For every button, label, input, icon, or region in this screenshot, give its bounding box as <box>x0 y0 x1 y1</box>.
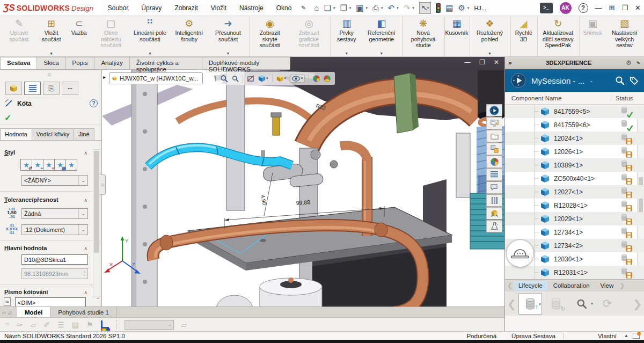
3dexperience-compass-icon[interactable] <box>510 72 526 89</box>
comments-tab[interactable] <box>486 181 502 194</box>
style-dropdown[interactable]: <ŽÁDNÝ> ⌄ <box>21 175 88 186</box>
menu-item[interactable]: Okno <box>276 3 292 13</box>
3dexperience-compass-tab[interactable] <box>486 104 502 116</box>
scroll-down-icon[interactable]: ⌄ <box>96 295 100 300</box>
style-section-header[interactable]: Styl <box>4 149 15 156</box>
add-style-button[interactable]: ★+ <box>32 159 43 171</box>
chevron-down-icon[interactable]: ▾ <box>266 76 268 81</box>
assistant-helmet-button[interactable] <box>506 239 534 267</box>
precision-dropdown[interactable]: .12 (Dokument) ⌄ <box>21 224 88 235</box>
ribbon-button[interactable]: ◢ Rychlé 3D <box>511 17 538 56</box>
undo-icon[interactable]: ↶ <box>388 4 395 12</box>
doc-minimize-icon[interactable]: — <box>464 59 471 66</box>
new-document-icon[interactable]: ❏ <box>324 4 331 12</box>
panel-tab[interactable]: Lifecycle <box>514 281 547 290</box>
tag-icon[interactable] <box>630 76 639 85</box>
component-row[interactable]: 12734<1> <box>505 225 644 239</box>
display-style-icon[interactable]: ▾ <box>276 75 287 82</box>
component-row[interactable]: 12027<1> <box>505 185 644 199</box>
tabs-scroll-left-icon[interactable]: ❮ <box>507 282 513 289</box>
tolerance-dropdown[interactable]: Žádná ⌄ <box>21 208 88 219</box>
ribbon-button[interactable]: ❖ Rozložený pohled ▾ <box>471 17 511 56</box>
menu-item[interactable]: Soubor <box>107 3 129 13</box>
save-to-3dexperience-button[interactable]: ↑ ▾ <box>518 293 542 315</box>
ribbon-button[interactable]: ✎ Upravit součást <box>2 17 36 56</box>
ribbon-button[interactable]: ⊂ Vazba <box>67 17 91 56</box>
ribbon-button[interactable]: ▢ Okno náhledu součásti <box>91 17 130 56</box>
spin-down-icon[interactable]: ˅ <box>83 274 85 277</box>
graphics-viewport[interactable]: R32 <box>102 70 504 317</box>
doc-restore-icon[interactable]: ❐ <box>479 59 485 66</box>
commandmanager-tab[interactable]: Doplňkové moduly SOLIDWORKS <box>202 57 290 69</box>
study-dropdown[interactable]: ⌄ <box>125 320 174 330</box>
featuremanager-tab[interactable] <box>5 82 22 95</box>
menu-item[interactable]: Úpravy <box>141 3 162 13</box>
drag-handle[interactable]: ⠿ <box>4 323 9 326</box>
component-row[interactable]: 12024<1> <box>505 132 644 145</box>
model-tab[interactable]: Model <box>17 307 50 317</box>
delete-style-button[interactable]: ★× <box>43 159 55 171</box>
design-library-tab[interactable] <box>486 130 502 142</box>
performance-monitor-icon[interactable] <box>436 3 441 13</box>
document-status-icon[interactable] <box>633 333 640 339</box>
user-avatar[interactable]: AK <box>560 2 572 14</box>
component-row[interactable]: 10389<1> <box>505 158 644 172</box>
menu-item[interactable]: Nástroje <box>239 3 264 13</box>
configuration-selector[interactable]: Vlastní <box>590 333 624 339</box>
file-explorer-tab[interactable] <box>486 143 502 155</box>
ribbon-button[interactable]: ▣ Snímek <box>580 17 605 56</box>
properties-icon[interactable]: ▤ <box>445 4 453 12</box>
component-row[interactable]: ZC500x40<1> <box>505 172 644 185</box>
section-view-icon[interactable] <box>247 75 254 82</box>
toolbar-next-icon[interactable]: ❯ <box>633 297 642 310</box>
chevron-down-icon[interactable]: ▾ <box>366 6 368 10</box>
chevron-up-icon[interactable]: ▲ <box>624 333 628 338</box>
profile-menu[interactable]: HJ... <box>474 5 486 11</box>
ribbon-button[interactable]: ▧ Nastavení velkých sestav <box>605 17 644 56</box>
apply-default-style-button[interactable]: ★↺ <box>20 159 32 171</box>
commandmanager-tab[interactable]: Sestava <box>0 57 37 69</box>
home-icon[interactable]: ⌂ <box>314 4 319 12</box>
menu-item[interactable]: Zobrazit <box>174 3 198 13</box>
dimension-subtab[interactable]: Vodící křivky <box>32 128 75 140</box>
solidworks-resources-tab[interactable] <box>486 117 502 129</box>
tabs-scroll-right-icon[interactable]: ❯ <box>619 282 625 289</box>
component-row[interactable]: 12026<1> <box>505 145 644 158</box>
chevron-down-icon[interactable]: ⌄ <box>589 78 594 83</box>
component-row[interactable]: 12029<1> <box>505 212 644 225</box>
collapse-icon[interactable]: ∧ <box>84 290 87 295</box>
ribbon-button[interactable]: ▦ Kusovník <box>445 17 470 56</box>
chevron-down-icon[interactable]: ▾ <box>333 6 335 10</box>
chevron-down-icon[interactable]: ▾ <box>397 6 399 10</box>
save-icon[interactable]: ▣ <box>356 4 363 12</box>
load-style-button[interactable]: ★↓ <box>65 159 77 171</box>
xpress-tools-tab[interactable] <box>486 220 502 232</box>
ribbon-button[interactable]: ⚙ Inteligentní šrouby <box>170 17 209 56</box>
dimension-subtab[interactable]: Jiné <box>74 128 94 140</box>
hide-show-items-icon[interactable]: ▾ <box>290 75 305 83</box>
primary-value-section-header[interactable]: Hlavní hodnota <box>4 245 47 251</box>
document-tab[interactable]: HJWX07C_w (HJWX10C_w... <box>109 72 203 84</box>
pin-toolbar-icon[interactable]: ✒ <box>299 3 309 13</box>
model-tab[interactable]: Pohybová studie 1 <box>50 307 117 317</box>
dock-panes-icon[interactable]: ⊞ <box>609 4 615 12</box>
chevron-down-icon[interactable]: ▾ <box>381 6 383 10</box>
dimension-value-spinner[interactable]: 98.13108923mm ˄˅ <box>21 268 88 279</box>
ribbon-button[interactable]: ◎ Zobrazit grafické součásti <box>289 17 331 56</box>
panel-scrollbar[interactable] <box>93 149 100 297</box>
ribbon-button[interactable]: ❋ Nová pohybová studie <box>404 17 445 56</box>
ribbon-button[interactable]: ⊞ Vložit součást ▾ <box>36 17 67 56</box>
panel-tab[interactable]: Collaboration <box>548 281 595 290</box>
ribbon-button[interactable]: ➜ Přesunout součást ▾ <box>209 17 250 56</box>
ribbon-button[interactable]: ◧ Referenční geometrie ▾ <box>362 17 403 56</box>
edit-appearance-icon[interactable] <box>313 75 320 82</box>
library-tab[interactable] <box>486 194 502 207</box>
featuremanager-flyout-icon[interactable]: ▸ <box>103 74 106 80</box>
apply-scene-icon[interactable] <box>324 75 331 82</box>
print-icon[interactable]: ⎙ <box>372 4 379 12</box>
zoom-to-fit-icon[interactable] <box>220 75 228 83</box>
collapse-icon[interactable]: ∧ <box>84 198 87 203</box>
assembly-model[interactable]: R32 <box>102 70 504 317</box>
toolbar-prev-icon[interactable]: ❮ <box>507 297 516 310</box>
dimension-name-input[interactable]: D10@3DSkica1 <box>21 254 88 265</box>
